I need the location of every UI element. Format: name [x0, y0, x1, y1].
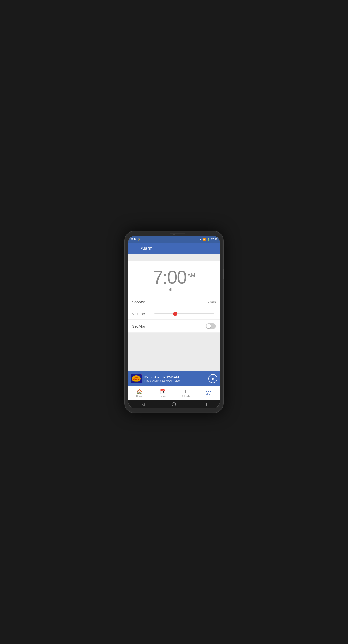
volume-row: Volume	[128, 308, 220, 320]
top-spacer	[128, 254, 220, 261]
bottom-nav: 🏠 Home 📅 Shows ⬆ Uploads	[128, 386, 220, 400]
volume-slider-fill	[154, 313, 175, 314]
svg-text:1240AM: 1240AM	[134, 381, 138, 382]
n-status-icon: N	[134, 238, 136, 241]
station-name: Radio Alegria 1240AM	[144, 375, 206, 379]
volume-slider-track[interactable]	[154, 313, 214, 314]
play-button[interactable]: ▶	[208, 374, 217, 383]
more-dots-icon	[206, 391, 211, 392]
uploads-icon: ⬆	[184, 389, 187, 394]
volume-slider-thumb[interactable]	[173, 312, 177, 316]
app-screen: 🖼 N ⚡ ▼ 📶 🔋 12:16 ← Alarm	[128, 236, 220, 408]
image-status-icon: 🖼	[131, 238, 133, 241]
uploads-label: Uploads	[181, 395, 190, 398]
nav-home[interactable]: 🏠 Home	[128, 386, 151, 400]
time-display: 7:00 AM	[153, 268, 195, 286]
volume-label: Volume	[132, 312, 152, 316]
app-bar-title: Alarm	[141, 246, 153, 251]
main-content: 7:00 AM Edit Time Snooze 5 min Volume	[128, 254, 220, 400]
bottom-spacer	[128, 333, 220, 371]
side-button	[223, 269, 224, 279]
svg-text:Alegria: Alegria	[133, 378, 139, 380]
settings-section: Snooze 5 min Volume Set Alarm	[128, 296, 220, 333]
station-logo: Radio Alegria 1240AM	[131, 374, 142, 383]
android-nav-bar: ◁	[128, 400, 220, 408]
toggle-thumb	[206, 324, 211, 328]
time-value: 7:00	[153, 268, 186, 286]
android-back-button[interactable]: ◁	[142, 402, 145, 406]
signal-status-icon: 📶	[203, 238, 206, 241]
now-playing-bar[interactable]: Radio Alegria 1240AM Radio Alegria 1240A…	[128, 371, 220, 386]
status-left-icons: 🖼 N ⚡	[131, 237, 141, 241]
svg-text:Radio: Radio	[134, 376, 138, 378]
nav-uploads[interactable]: ⬆ Uploads	[174, 386, 197, 400]
android-home-button[interactable]	[172, 402, 176, 406]
phone-frame: 🖼 N ⚡ ▼ 📶 🔋 12:16 ← Alarm	[124, 231, 224, 413]
time-ampm: AM	[187, 273, 195, 278]
nav-more[interactable]: More	[197, 386, 220, 400]
home-icon: 🏠	[137, 389, 142, 394]
app-bar: ← Alarm	[128, 243, 220, 254]
home-label: Home	[136, 395, 143, 398]
nav-shows[interactable]: 📅 Shows	[151, 386, 174, 400]
clock-display: 12:16	[211, 238, 217, 241]
phone-screen: 🖼 N ⚡ ▼ 📶 🔋 12:16 ← Alarm	[128, 236, 220, 408]
snooze-label: Snooze	[132, 300, 145, 304]
snooze-row[interactable]: Snooze 5 min	[128, 296, 220, 308]
bolt-status-icon: ⚡	[137, 237, 141, 241]
set-alarm-row[interactable]: Set Alarm	[128, 320, 220, 333]
status-bar: 🖼 N ⚡ ▼ 📶 🔋 12:16	[128, 236, 220, 243]
shows-icon: 📅	[160, 389, 165, 394]
snooze-value: 5 min	[207, 300, 216, 304]
time-section: 7:00 AM Edit Time	[128, 261, 220, 296]
battery-status-icon: 🔋	[207, 238, 210, 241]
set-alarm-label: Set Alarm	[132, 324, 149, 328]
back-button[interactable]: ←	[132, 246, 137, 251]
play-icon: ▶	[212, 377, 215, 381]
set-alarm-toggle[interactable]	[206, 323, 216, 329]
more-label: More	[205, 393, 211, 396]
station-info: Radio Alegria 1240AM Radio Alegria 1240A…	[142, 375, 208, 382]
station-sub: Radio Alegria 1240AM - Live	[144, 379, 206, 382]
edit-time-button[interactable]: Edit Time	[167, 288, 181, 292]
wifi-status-icon: ▼	[199, 238, 202, 241]
phone-speaker	[170, 233, 185, 234]
shows-label: Shows	[159, 395, 166, 398]
status-right-icons: ▼ 📶 🔋 12:16	[199, 238, 217, 241]
android-recents-button[interactable]	[203, 403, 207, 406]
